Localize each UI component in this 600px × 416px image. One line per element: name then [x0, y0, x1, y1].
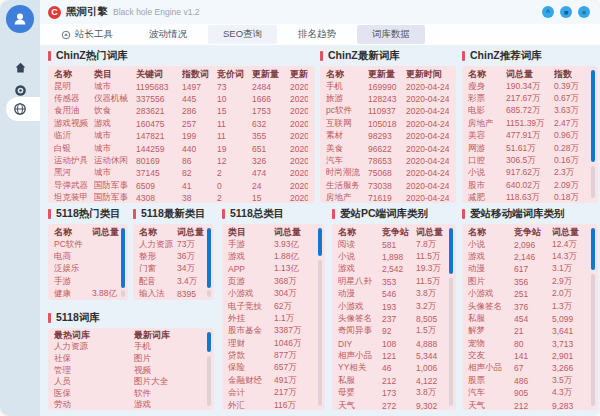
table-cell: 美食 — [326, 143, 368, 155]
table-row: 房地产716192020-04-24 — [326, 192, 449, 203]
tab-seo-query[interactable]: SEO查询 — [208, 25, 277, 44]
table-header-row: 类目词总量 — [228, 226, 318, 238]
table-cell: 5,344 — [416, 351, 449, 361]
table-row: 小说917.62万2.3万 — [468, 167, 591, 179]
table-cell: 2020-04-24 — [290, 131, 308, 141]
avatar[interactable] — [6, 5, 34, 33]
column-header: 名称 — [468, 68, 506, 80]
table-row: APP1.13亿 — [228, 263, 318, 275]
collapse-button[interactable]: ^ — [542, 6, 554, 18]
table-row: 旅游1282432020-04-24 — [326, 93, 449, 105]
column-header: 竞争站 — [514, 226, 552, 238]
table-row: 房地产1151.39万2.47万 — [468, 118, 591, 130]
table-cell: 电商 — [54, 251, 92, 263]
scrollbar-track[interactable] — [449, 278, 453, 406]
tab-label: 波动情况 — [149, 28, 187, 41]
table-cell: 3.63万 — [554, 105, 591, 117]
scrollbar-track[interactable] — [121, 290, 125, 297]
table-cell: 2020-04-24 — [290, 156, 308, 166]
column-header: 最热词库 — [54, 330, 134, 342]
table-cell: 80169 — [136, 156, 182, 166]
table-row: 外汇116万 — [228, 399, 318, 410]
table-row: 食用油饮食2836212861517532020-04-24 — [54, 105, 308, 117]
table-cell: 国防军事 — [94, 180, 136, 192]
tab-ranking-trend[interactable]: 排名趋势 — [283, 25, 351, 44]
scrollbar-thumb[interactable] — [449, 228, 453, 274]
home-icon[interactable] — [0, 56, 40, 78]
scrollbar-track[interactable] — [591, 274, 595, 406]
table-row: YY相关461,006 — [338, 362, 449, 374]
tab-thesaurus-data[interactable]: 词库数据 — [357, 25, 425, 44]
scrollbar-thumb[interactable] — [591, 228, 595, 270]
table-row: 会计217万 — [228, 387, 318, 399]
table-cell: 212 — [514, 401, 552, 410]
table-row: 泛娱乐 — [54, 263, 121, 275]
panel-title-chinz-hot: ChinZ热门词库 — [48, 50, 128, 62]
column-header: 名称 — [468, 226, 514, 238]
table-cell: 手游 — [228, 239, 274, 251]
table-cell: 193 — [382, 302, 416, 312]
table-cell: 金融财经 — [228, 375, 274, 387]
scrollbar-track[interactable] — [591, 166, 595, 198]
table-cell: 2020-04-24 — [290, 82, 308, 92]
table-cell: 337556 — [136, 94, 182, 104]
table-cell: 491万 — [274, 375, 318, 387]
table-row: 电子竞技62万 — [228, 300, 318, 312]
table-cell: 1.3万 — [552, 301, 591, 313]
table-cell: 355 — [252, 131, 290, 141]
table-cell: 78653 — [368, 156, 406, 166]
scrollbar-track[interactable] — [207, 356, 211, 406]
table-row: 电商 — [54, 251, 121, 263]
table-row: 小说2,09612.4万 — [468, 238, 591, 250]
tab-webmaster-tools[interactable]: 站长工具 — [46, 25, 128, 44]
tab-fluctuation[interactable]: 波动情况 — [134, 25, 202, 44]
globe-icon[interactable] — [0, 98, 40, 120]
table-cell: 阅读 — [338, 239, 382, 251]
close-button[interactable]: × — [578, 6, 590, 18]
table-cell: 2,146 — [514, 252, 552, 262]
scrollbar-thumb[interactable] — [591, 70, 595, 162]
table-cell: 私服 — [468, 313, 514, 325]
table-cell: 2.3万 — [554, 167, 591, 179]
table-cell: 小说 — [338, 251, 382, 263]
title-accent-bar — [320, 51, 323, 61]
panel-title-text: ChinZ热门词库 — [56, 49, 128, 63]
scrollbar-thumb[interactable] — [121, 228, 125, 288]
table-cell: 白银 — [54, 143, 94, 155]
table-cell: 121 — [382, 351, 416, 361]
table-cell: 整形 — [139, 251, 177, 263]
panel-title-aizhan-mobile: 爱站移动端词库类别 — [462, 208, 565, 220]
table-cell: 2020-04-24 — [406, 193, 449, 203]
table-cell: 小游戏 — [338, 301, 382, 313]
table-cell: 相声小品 — [338, 350, 382, 362]
table-cell: 交友 — [468, 350, 514, 362]
table-cell: 326 — [252, 156, 290, 166]
scrollbar-track[interactable] — [318, 260, 322, 406]
table-cell: 旅游 — [326, 93, 368, 105]
table-row: 管理视频 — [54, 365, 207, 377]
table-cell: 2484 — [252, 82, 290, 92]
column-header: 更新时间 — [290, 68, 308, 80]
table-cell: 21 — [514, 326, 552, 336]
scrollbar-thumb[interactable] — [318, 228, 322, 256]
table-row: 运动护具运动休闲8016986123262020-04-24 — [54, 155, 308, 167]
table-cell: 手机 — [134, 342, 207, 354]
minimize-button[interactable]: ■ — [560, 6, 572, 18]
title-accent-bar — [48, 51, 51, 61]
column-header: 词总量 — [177, 226, 207, 238]
column-header: 竞争站 — [382, 226, 416, 238]
table-cell: 8395 — [177, 289, 207, 299]
table-cell: 2.09万 — [554, 180, 591, 192]
scrollbar-track[interactable] — [207, 290, 211, 297]
table-cell: 108 — [382, 339, 416, 349]
table-cell: 2020-04-24 — [406, 168, 449, 178]
table-cell: 运动护具 — [54, 155, 94, 167]
table-cell: 82 — [182, 168, 217, 178]
scrollbar-thumb[interactable] — [207, 228, 211, 288]
table-cell: 0.28万 — [554, 143, 591, 155]
scrollbar-thumb[interactable] — [207, 332, 211, 352]
table-row: pc软件1109372020-04-24 — [326, 105, 449, 117]
table-row: 明星八卦35311.5万 — [338, 276, 449, 288]
table-row: 互联网1050182020-04-24 — [326, 118, 449, 130]
table-cell: 2,542 — [382, 264, 416, 274]
